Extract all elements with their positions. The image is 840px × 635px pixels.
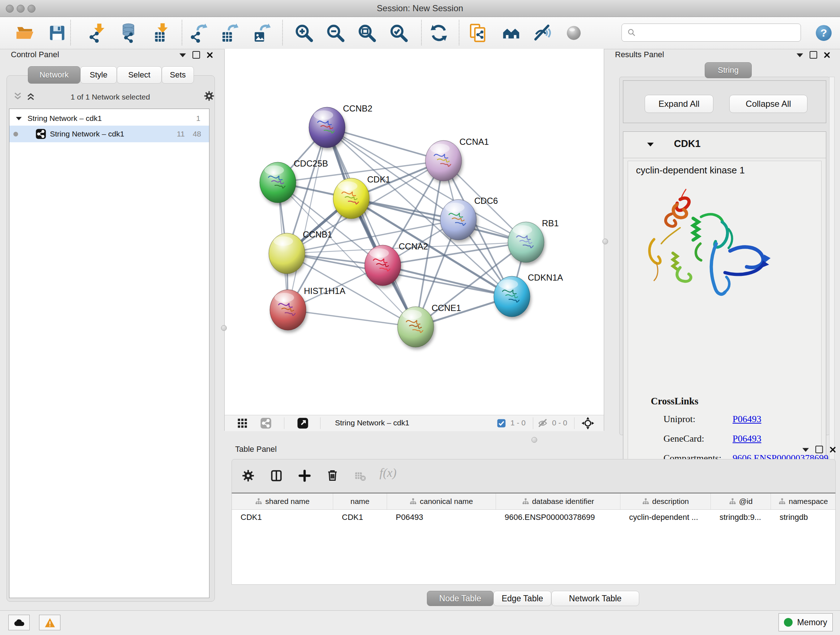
help-icon[interactable]: ? bbox=[815, 24, 833, 42]
float-panel-icon[interactable] bbox=[815, 446, 823, 453]
tab-select[interactable]: Select bbox=[117, 66, 162, 84]
refresh-icon[interactable] bbox=[429, 23, 449, 43]
horizontal-splitter-grip[interactable] bbox=[531, 437, 537, 443]
table-header-cell[interactable]: @id bbox=[711, 494, 771, 509]
toolbar-separator bbox=[421, 20, 422, 45]
network-row[interactable]: String Network – cdk1 11 48 bbox=[9, 126, 209, 142]
node-label: CCNA1 bbox=[459, 137, 489, 147]
close-window-icon[interactable] bbox=[6, 5, 14, 13]
grid-view-icon[interactable] bbox=[237, 418, 248, 429]
panel-menu-icon[interactable] bbox=[797, 53, 803, 57]
panel-menu-icon[interactable] bbox=[180, 53, 186, 57]
selected-checkbox-icon[interactable] bbox=[497, 418, 506, 428]
export-table-icon[interactable] bbox=[220, 23, 240, 43]
table-cell: CDK1 bbox=[232, 510, 333, 525]
import-network-icon[interactable] bbox=[88, 23, 108, 43]
network-collection-row[interactable]: String Network – cdk1 1 bbox=[9, 111, 209, 126]
expand-all-button[interactable]: Expand All bbox=[645, 95, 714, 113]
network-edge bbox=[288, 127, 327, 310]
network-edges[interactable] bbox=[278, 127, 526, 327]
tree-expander-icon[interactable] bbox=[16, 116, 22, 120]
collapse-all-tree-icon[interactable] bbox=[13, 92, 22, 101]
tab-node-table[interactable]: Node Table bbox=[427, 591, 493, 606]
float-panel-icon[interactable] bbox=[810, 51, 817, 59]
birds-eye-view-icon[interactable] bbox=[581, 417, 594, 430]
expand-all-tree-icon[interactable] bbox=[26, 92, 35, 101]
tab-network[interactable]: Network bbox=[28, 66, 80, 84]
tab-style[interactable]: Style bbox=[80, 66, 117, 84]
network-node[interactable]: CDC25B bbox=[260, 158, 328, 203]
panel-menu-icon[interactable] bbox=[802, 448, 809, 452]
tab-string[interactable]: String bbox=[705, 62, 752, 78]
current-network-dot-icon bbox=[13, 132, 18, 136]
memory-label: Memory bbox=[797, 618, 827, 627]
import-table-icon[interactable] bbox=[151, 23, 172, 43]
delete-column-icon[interactable] bbox=[325, 468, 340, 483]
close-panel-icon[interactable] bbox=[207, 52, 213, 58]
collapse-all-button[interactable]: Collapse All bbox=[729, 95, 807, 113]
network-node[interactable]: HIST1H1A bbox=[270, 286, 346, 330]
table-header-cell[interactable]: description bbox=[621, 494, 711, 509]
zoom-selected-icon[interactable] bbox=[388, 23, 409, 43]
export-network-icon[interactable] bbox=[189, 23, 210, 43]
table-options-gear-icon[interactable] bbox=[241, 469, 255, 483]
memory-button[interactable]: Memory bbox=[778, 613, 833, 631]
table-header-cell[interactable]: database identifier bbox=[496, 494, 621, 509]
zoom-out-icon[interactable] bbox=[325, 23, 346, 43]
network-options-gear-icon[interactable] bbox=[203, 90, 215, 102]
network-node[interactable]: RB1 bbox=[508, 218, 559, 263]
show-graphics-icon[interactable] bbox=[564, 23, 584, 43]
right-splitter-grip[interactable] bbox=[602, 239, 608, 244]
close-panel-icon[interactable] bbox=[829, 447, 836, 453]
table-header-cell[interactable]: shared name bbox=[232, 494, 333, 509]
results-scrollbar[interactable] bbox=[829, 77, 835, 474]
close-panel-icon[interactable] bbox=[824, 52, 830, 58]
table-panel-title: Table Panel bbox=[235, 445, 277, 454]
table-header-cell[interactable]: namespace bbox=[771, 494, 836, 509]
warning-status-button[interactable] bbox=[39, 615, 60, 630]
table-header-cell[interactable]: canonical name bbox=[387, 494, 496, 509]
network-node[interactable]: CDKN1A bbox=[494, 272, 563, 317]
network-view[interactable]: CCNB2CCNA1CDC25BCDK1CDC6RB1CCNB1CCNA2CDK… bbox=[225, 49, 604, 415]
network-view-icon[interactable] bbox=[260, 417, 272, 429]
section-expander-icon[interactable] bbox=[647, 142, 654, 147]
table-header-row: shared namenamecanonical namedatabase id… bbox=[232, 494, 835, 510]
left-splitter-grip[interactable] bbox=[221, 325, 227, 331]
current-network-name: String Network – cdk1 bbox=[335, 418, 409, 427]
cloud-status-button[interactable] bbox=[8, 615, 30, 630]
toolbar-separator bbox=[182, 20, 182, 45]
zoom-window-icon[interactable] bbox=[27, 5, 35, 13]
open-file-icon[interactable] bbox=[15, 23, 35, 43]
houses-icon[interactable] bbox=[501, 23, 521, 43]
hide-graphics-icon[interactable] bbox=[532, 23, 553, 43]
create-column-icon[interactable] bbox=[298, 469, 311, 483]
search-icon bbox=[627, 28, 636, 37]
import-network-from-database-icon[interactable] bbox=[118, 23, 139, 43]
detach-view-icon[interactable] bbox=[297, 417, 309, 429]
crosslink-uniprot[interactable]: P06493 bbox=[733, 414, 761, 424]
table-header-cell[interactable]: name bbox=[333, 494, 387, 509]
selected-node-edge-counts: 1 - 0 bbox=[510, 418, 526, 427]
network-canvas[interactable]: CCNB2CCNA1CDC25BCDK1CDC6RB1CCNB1CCNA2CDK… bbox=[224, 49, 604, 431]
network-icon bbox=[35, 128, 46, 139]
save-session-icon[interactable] bbox=[47, 23, 67, 43]
minimize-window-icon[interactable] bbox=[17, 5, 25, 13]
zoom-fit-icon[interactable] bbox=[357, 23, 377, 43]
zoom-in-icon[interactable] bbox=[294, 23, 314, 43]
control-panel: Control Panel Network Style Select Sets … bbox=[4, 49, 218, 602]
search-box[interactable] bbox=[622, 24, 801, 42]
tab-edge-table[interactable]: Edge Table bbox=[493, 591, 551, 606]
crosslink-genecard[interactable]: P06493 bbox=[733, 433, 761, 444]
network-node[interactable]: CCNE1 bbox=[398, 303, 461, 347]
first-neighbors-icon[interactable] bbox=[468, 23, 488, 43]
show-columns-icon[interactable] bbox=[270, 469, 283, 483]
export-image-icon[interactable] bbox=[253, 23, 273, 43]
search-input[interactable] bbox=[639, 27, 801, 38]
table-row[interactable]: CDK1CDK1P064939606.ENSP00000378699cyclin… bbox=[232, 510, 835, 525]
hidden-eye-slash-icon[interactable] bbox=[537, 418, 548, 429]
tab-network-table[interactable]: Network Table bbox=[551, 591, 639, 606]
node-label: CCNE1 bbox=[431, 303, 461, 313]
network-node[interactable]: CCNB2 bbox=[309, 103, 372, 148]
float-panel-icon[interactable] bbox=[193, 51, 200, 59]
tab-sets[interactable]: Sets bbox=[162, 66, 194, 84]
